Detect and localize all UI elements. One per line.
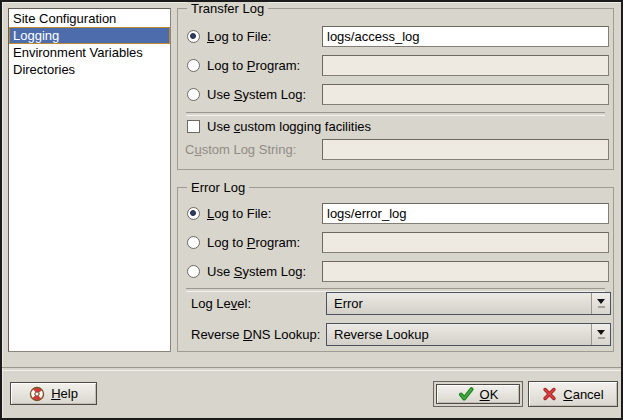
transfer-log-to-program-row: Log to Program:: [187, 55, 300, 76]
sidebar-item-site-configuration[interactable]: Site Configuration: [9, 10, 170, 27]
help-button-label: Help: [51, 386, 78, 401]
transfer-use-system-log-label: Use System Log:: [207, 87, 306, 102]
error-log-to-file-label: Log to File:: [207, 206, 271, 221]
transfer-log-group-title: Transfer Log: [187, 1, 268, 16]
error-log-program-input: [322, 232, 609, 253]
reverse-dns-row: Reverse DNS Lookup:: [191, 323, 320, 346]
transfer-use-system-log-row: Use System Log:: [187, 84, 306, 105]
transfer-system-log-input: [322, 84, 609, 105]
combo-dash-icon: [598, 306, 605, 308]
help-button[interactable]: Help: [10, 382, 97, 405]
ok-button-default-ring: OK: [433, 381, 523, 407]
transfer-log-to-file-label: Log to File:: [207, 29, 271, 44]
error-log-to-program-row: Log to Program:: [187, 232, 300, 253]
check-icon: [458, 387, 474, 401]
log-level-label: Log Level:: [191, 296, 251, 311]
use-custom-facilities-checkbox[interactable]: [187, 120, 200, 133]
error-log-to-file-radio[interactable]: [187, 207, 200, 220]
error-use-system-log-radio[interactable]: [187, 265, 200, 278]
sidebar-item-directories[interactable]: Directories: [9, 61, 170, 78]
cancel-button-label: Cancel: [563, 387, 603, 402]
reverse-dns-value: Reverse Lookup: [327, 327, 429, 342]
combo-dash-icon: [598, 337, 605, 339]
transfer-log-to-file-row: Log to File:: [187, 26, 271, 47]
error-use-system-log-row: Use System Log:: [187, 261, 306, 282]
lifebuoy-icon: [29, 386, 45, 402]
sidebar-item-environment-variables[interactable]: Environment Variables: [9, 44, 170, 61]
error-use-system-log-label: Use System Log:: [207, 264, 306, 279]
chevron-down-icon: [597, 299, 605, 304]
use-custom-facilities-label: Use custom logging facilities: [207, 119, 371, 134]
action-bar-separator: [2, 367, 621, 371]
ok-button-label: OK: [480, 387, 499, 402]
config-section-list[interactable]: Site Configuration Logging Environment V…: [8, 8, 171, 352]
logging-dialog: Site Configuration Logging Environment V…: [0, 0, 623, 420]
reverse-dns-combo[interactable]: Reverse Lookup: [326, 323, 611, 346]
transfer-log-program-input: [322, 55, 609, 76]
chevron-down-icon: [597, 330, 605, 335]
error-system-log-input: [322, 261, 609, 282]
cancel-button[interactable]: Cancel: [528, 381, 618, 407]
transfer-log-file-input[interactable]: [322, 26, 609, 47]
log-level-combo-button[interactable]: [591, 293, 610, 314]
error-log-to-program-label: Log to Program:: [207, 235, 300, 250]
log-level-value: Error: [327, 296, 363, 311]
custom-log-string-row: Custom Log String:: [185, 139, 296, 160]
reverse-dns-label: Reverse DNS Lookup:: [191, 327, 320, 342]
error-log-to-program-radio[interactable]: [187, 236, 200, 249]
error-log-group: Error Log Log to File: Log to Program: U…: [177, 187, 614, 352]
sidebar-item-logging[interactable]: Logging: [9, 27, 170, 44]
reverse-dns-combo-button[interactable]: [591, 324, 610, 345]
transfer-log-to-file-radio[interactable]: [187, 30, 200, 43]
log-level-combo[interactable]: Error: [326, 292, 611, 315]
custom-log-string-input: [322, 139, 609, 160]
x-icon: [542, 387, 557, 401]
error-log-to-file-row: Log to File:: [187, 203, 271, 224]
transfer-use-system-log-radio[interactable]: [187, 88, 200, 101]
error-log-group-title: Error Log: [187, 180, 249, 195]
transfer-log-to-program-radio[interactable]: [187, 59, 200, 72]
custom-log-string-label: Custom Log String:: [185, 142, 296, 157]
transfer-log-group: Transfer Log Log to File: Log to Program…: [177, 8, 614, 170]
log-level-row: Log Level:: [191, 292, 251, 315]
error-log-file-input[interactable]: [322, 203, 609, 224]
use-custom-facilities-row: Use custom logging facilities: [187, 118, 371, 134]
transfer-log-to-program-label: Log to Program:: [207, 58, 300, 73]
ok-button[interactable]: OK: [436, 384, 520, 404]
transfer-frame-separator: [186, 112, 605, 116]
